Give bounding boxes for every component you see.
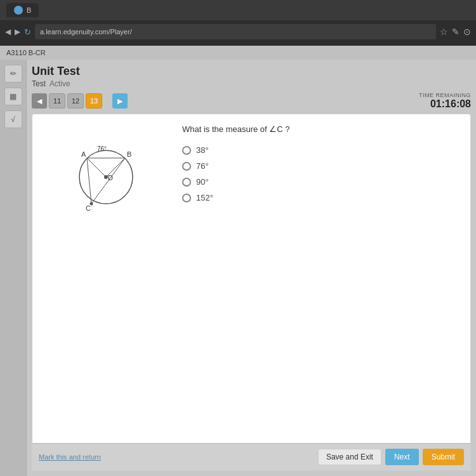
page-content: A3110 B-CR ✏ ▦ √ Unit Test Test Active (0, 46, 476, 476)
answer-option-3[interactable]: 90° (182, 177, 460, 187)
pencil-tool-button[interactable]: ✏ (4, 65, 22, 83)
page-12-button[interactable]: 12 (67, 93, 84, 109)
back-button[interactable]: ◀ (5, 27, 11, 36)
question-body: A B C D 76° What is the measure of ∠C ? (32, 114, 470, 443)
bottom-buttons: Save and Exit Next Submit (318, 449, 464, 465)
main-layout: ✏ ▦ √ Unit Test Test Active ◀ (0, 60, 476, 476)
svg-text:D: D (108, 174, 113, 182)
test-label: Test (32, 79, 46, 88)
content-area: Unit Test Test Active ◀ 11 12 13 ▶ (27, 60, 476, 476)
svg-text:76°: 76° (97, 145, 107, 152)
circle-diagram: A B C D 76° (52, 129, 160, 212)
address-bar: ◀ ▶ ↻ ☆ ✎ ⊙ (0, 20, 476, 43)
sqrt-tool-button[interactable]: √ (4, 110, 22, 128)
forward-button[interactable]: ▶ (15, 27, 20, 36)
menu-icon[interactable]: ⊙ (463, 27, 471, 37)
tab-bar: B (0, 0, 476, 20)
radio-3[interactable] (182, 178, 191, 187)
radio-2[interactable] (182, 162, 191, 171)
option-text-1: 38° (196, 145, 209, 155)
browser-chrome: B ◀ ▶ ↻ ☆ ✎ ⊙ (0, 0, 476, 46)
option-text-4: 152° (196, 193, 213, 202)
svg-text:C: C (86, 204, 91, 212)
submit-button[interactable]: Submit (423, 449, 464, 465)
next-page-button[interactable]: ▶ (112, 93, 128, 109)
option-text-3: 90° (196, 177, 209, 187)
answer-area: What is the measure of ∠C ? 38° 76° 90° (182, 124, 460, 433)
next-button[interactable]: Next (385, 449, 419, 465)
tab-favicon (14, 6, 23, 15)
refresh-button[interactable]: ↻ (24, 27, 31, 37)
prev-page-button[interactable]: ◀ (32, 93, 47, 109)
page-11-button[interactable]: 11 (49, 93, 65, 109)
svg-line-3 (87, 158, 106, 177)
answer-option-4[interactable]: 152° (182, 193, 460, 202)
tab-title: B (27, 6, 31, 14)
answer-option-2[interactable]: 76° (182, 161, 460, 171)
sqrt-icon: √ (11, 115, 15, 124)
question-text: What is the measure of ∠C ? (182, 124, 460, 134)
radio-4[interactable] (182, 194, 191, 202)
active-status: Active (50, 79, 70, 88)
breadcrumb: A3110 B-CR (0, 46, 476, 60)
time-value: 01:16:08 (419, 98, 471, 110)
calculator-tool-button[interactable]: ▦ (4, 88, 22, 105)
calculator-icon: ▦ (10, 92, 17, 101)
browser-tab[interactable]: B (6, 3, 39, 17)
radio-1[interactable] (182, 146, 191, 155)
save-exit-button[interactable]: Save and Exit (318, 449, 381, 465)
edit-icon[interactable]: ✎ (452, 27, 459, 37)
option-text-2: 76° (196, 161, 209, 171)
left-toolbar: ✏ ▦ √ (0, 60, 27, 476)
address-input[interactable] (35, 24, 436, 39)
unit-test-title: Unit Test (32, 65, 471, 78)
bottom-bar: Mark this and return Save and Exit Next … (32, 443, 470, 470)
diagram-area: A B C D 76° (43, 124, 169, 433)
time-remaining-label: TIME REMAINING (419, 92, 471, 98)
mark-return-link[interactable]: Mark this and return (39, 453, 101, 461)
bookmark-icon[interactable]: ☆ (440, 27, 448, 37)
pencil-icon: ✏ (10, 69, 17, 78)
svg-text:A: A (81, 150, 86, 158)
unit-test-header: Unit Test Test Active (32, 65, 471, 88)
nav-left: ◀ 11 12 13 ▶ (32, 93, 128, 109)
question-card: A B C D 76° What is the measure of ∠C ? (32, 114, 471, 471)
svg-text:B: B (127, 150, 131, 158)
answer-option-1[interactable]: 38° (182, 145, 460, 155)
time-display: TIME REMAINING 01:16:08 (419, 92, 471, 110)
breadcrumb-text: A3110 B-CR (6, 49, 46, 56)
page-13-button[interactable]: 13 (86, 93, 102, 109)
nav-row: ◀ 11 12 13 ▶ TIME REMAINING 01:16:08 (32, 92, 471, 110)
test-status-row: Test Active (32, 79, 471, 88)
